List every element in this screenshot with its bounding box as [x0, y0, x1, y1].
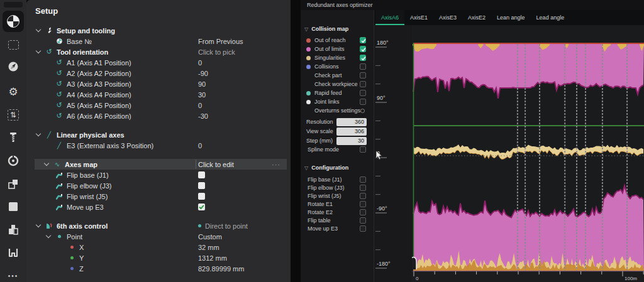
chevron-down-icon[interactable]	[46, 233, 51, 238]
chevron-down-icon[interactable]	[36, 222, 41, 227]
tree-row-a1-axis-a1-position[interactable]: ↺A1 (Axis A1 Position)0	[26, 57, 291, 68]
checkbox-box[interactable]	[360, 217, 366, 224]
tree-row-value[interactable]: 829.89999 mm	[198, 265, 244, 273]
sidebar-item-transform-arrows[interactable]: ⇅	[0, 107, 26, 122]
chevron-down-icon[interactable]	[36, 131, 41, 136]
tree-row-setup-and-tooling[interactable]: Setup and tooling	[26, 25, 291, 36]
collision-map-plot[interactable]: 0100m	[412, 25, 644, 282]
tree-row-flip-wrist-j5[interactable]: Flip wrist (J5)	[26, 191, 291, 202]
tree-row-linear-physical-axes[interactable]: ╱Linear physical axes	[26, 129, 291, 140]
sidebar-item-dial[interactable]	[0, 153, 26, 168]
tab-axise2[interactable]: AxisE2	[462, 10, 491, 25]
tree-row-a2-axis-a2-position[interactable]: ↺A2 (Axis A2 Position)-90	[26, 68, 291, 79]
tree-row-value[interactable]: -90	[198, 70, 208, 77]
config-item-flip-base-j1-[interactable]: Flip base (J1)	[301, 175, 374, 184]
tree-row-6th-axis-control[interactable]: 6th axis controlDirect to point	[26, 220, 291, 231]
checkbox[interactable]	[198, 203, 205, 210]
checkbox-box[interactable]	[360, 225, 366, 232]
resolution-input[interactable]	[336, 118, 367, 126]
tab-lead-angle[interactable]: Lead angle	[531, 10, 570, 25]
tree-row-value[interactable]: 1312 mm	[198, 254, 227, 262]
tree-row-z[interactable]: Z829.89999 mm	[26, 263, 291, 274]
checkbox[interactable]	[198, 193, 205, 200]
collision-item-out-of-limits[interactable]: Out of limits	[301, 45, 374, 53]
checkbox-box[interactable]	[198, 203, 205, 210]
sidebar-item-compass[interactable]	[0, 59, 26, 74]
sidebar-item-press[interactable]	[0, 222, 26, 237]
sidebar-item-screw[interactable]	[0, 130, 26, 145]
configuration-header[interactable]: ▽Configuration	[301, 165, 348, 171]
sidebar-item-square[interactable]	[0, 199, 26, 214]
checkbox-box[interactable]	[360, 37, 366, 43]
tab-axise3[interactable]: AxisE3	[433, 10, 462, 25]
tree-row-value[interactable]: 32 mm	[198, 244, 219, 251]
checkbox-box[interactable]	[360, 55, 366, 61]
tree-row-a3-axis-a3-position[interactable]: ↺A3 (Axis A3 Position)90	[26, 79, 291, 89]
tree-row-move-up-e3[interactable]: Move up E3	[26, 202, 291, 212]
collision-item-singularities[interactable]: Singularities	[301, 53, 374, 62]
tree-row-flip-elbow-j3[interactable]: Flip elbow (J3)	[26, 180, 291, 191]
checkbox-box[interactable]	[360, 90, 366, 96]
checkbox-box[interactable]	[360, 81, 366, 87]
gear-icon[interactable]	[360, 109, 365, 113]
config-item-flip-wrist-j5-[interactable]: Flip wrist (J5)	[301, 192, 374, 200]
checkbox-box[interactable]	[360, 176, 366, 183]
chevron-down-icon[interactable]	[36, 48, 41, 53]
sidebar-item-selection[interactable]	[0, 37, 26, 52]
tab-lean-angle[interactable]: Lean angle	[491, 10, 531, 25]
more-options-button[interactable]: ···	[272, 161, 280, 168]
chevron-down-icon[interactable]	[36, 27, 41, 32]
collision-item-check-part[interactable]: Check part	[301, 71, 374, 80]
checkbox-box[interactable]	[360, 46, 366, 52]
tree-row-y[interactable]: Y1312 mm	[26, 252, 291, 263]
tree-row-tool-orientation[interactable]: ↺Tool orientationClick to pick	[26, 46, 291, 57]
collision-map-canvas[interactable]: 0100m	[412, 25, 644, 282]
tree-row-value[interactable]: Click to pick	[198, 48, 235, 56]
config-item-rotate-e2[interactable]: Rotate E2	[301, 208, 374, 217]
tree-row-axes-map[interactable]: ∿Axes mapClick to edit···	[35, 159, 287, 170]
checkbox-box[interactable]	[360, 72, 366, 79]
collision-item-check-workpiece[interactable]: Check workpiece	[301, 80, 374, 89]
tree-row-x[interactable]: X32 mm	[26, 242, 291, 252]
checkbox-box[interactable]	[360, 201, 366, 207]
tree-row-value[interactable]: From Previous	[198, 38, 243, 45]
config-item-flip-elbow-j3-[interactable]: Flip elbow (J3)	[301, 183, 374, 192]
tab-axisa6[interactable]: AxisA6	[375, 10, 404, 25]
collision-item-out-of-reach[interactable]: Out of reach	[301, 36, 374, 45]
checkbox-box[interactable]	[360, 99, 366, 105]
sidebar-item-gear[interactable]: ⚙	[0, 84, 26, 99]
config-item-move-up-e3[interactable]: Move up E3	[301, 224, 374, 233]
checkbox-box[interactable]	[360, 63, 366, 70]
collision-item-collisions[interactable]: Collisions	[301, 62, 374, 71]
tree-row-a5-axis-a5-position[interactable]: ↺A5 (Axis A5 Position)0	[26, 100, 291, 111]
tree-row-point[interactable]: PointCustom	[26, 231, 291, 242]
checkbox-box[interactable]	[360, 193, 366, 199]
sidebar-item-more[interactable]: •••	[0, 268, 26, 282]
checkbox-box[interactable]	[360, 146, 366, 153]
tree-row-a6-axis-a6-position[interactable]: ↺A6 (Axis A6 Position)-30	[26, 111, 291, 121]
playhead-pin[interactable]	[412, 258, 416, 270]
tree-row-e3-external-axis-3-position[interactable]: ╱E3 (External axis 3 Position)0	[26, 140, 291, 151]
tree-row-value[interactable]: 0	[198, 142, 202, 149]
step-mm--input[interactable]	[336, 137, 367, 145]
tree-row-flip-base-j1[interactable]: Flip base (J1)	[26, 170, 291, 180]
view-scale-input[interactable]	[336, 127, 367, 136]
chevron-down-icon[interactable]	[44, 161, 49, 166]
tree-row-value[interactable]: 90	[198, 80, 206, 88]
checkbox-box[interactable]	[198, 193, 205, 200]
collision-item-joint-links[interactable]: Joint links	[301, 97, 374, 106]
tree-row-a4-axis-a4-position[interactable]: ↺A4 (Axis A4 Position)30	[26, 89, 291, 100]
checkbox-box[interactable]	[198, 171, 205, 178]
collision-item-overturns-settings[interactable]: Overturns settings	[301, 106, 374, 115]
logo-icon[interactable]	[4, 2, 23, 8]
config-item-flip-table[interactable]: Flip table	[301, 216, 374, 225]
collision-map-header[interactable]: ▽Collision map	[301, 26, 348, 32]
checkbox[interactable]	[198, 171, 205, 178]
checkbox[interactable]	[198, 182, 205, 189]
tree-row-value[interactable]: 0	[198, 59, 202, 67]
tree-row-value[interactable]: 0	[198, 102, 202, 109]
tree-row-value[interactable]: Direct to point	[198, 222, 248, 230]
tree-row-value[interactable]: 30	[198, 91, 206, 99]
sidebar-item-stock-datum[interactable]	[3, 11, 24, 32]
sidebar-item-clamp[interactable]	[0, 246, 26, 261]
